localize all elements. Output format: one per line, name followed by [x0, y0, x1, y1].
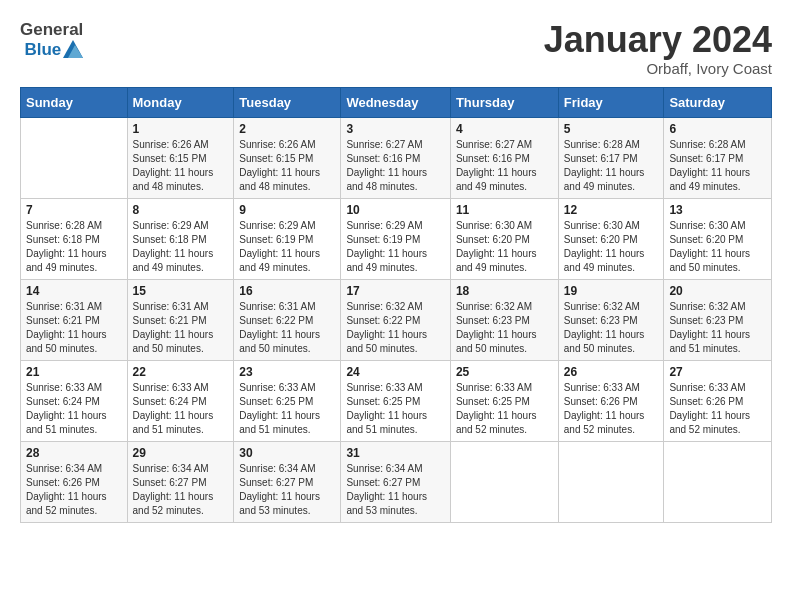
calendar-cell: 1Sunrise: 6:26 AM Sunset: 6:15 PM Daylig…	[127, 117, 234, 198]
day-info: Sunrise: 6:29 AM Sunset: 6:19 PM Dayligh…	[239, 219, 335, 275]
column-header-sunday: Sunday	[21, 87, 128, 117]
calendar-cell	[450, 441, 558, 522]
day-number: 9	[239, 203, 335, 217]
logo: General Blue	[20, 20, 83, 59]
day-number: 2	[239, 122, 335, 136]
logo-icon	[63, 40, 83, 58]
day-info: Sunrise: 6:32 AM Sunset: 6:23 PM Dayligh…	[456, 300, 553, 356]
day-number: 24	[346, 365, 444, 379]
calendar-cell: 26Sunrise: 6:33 AM Sunset: 6:26 PM Dayli…	[558, 360, 664, 441]
calendar-cell: 3Sunrise: 6:27 AM Sunset: 6:16 PM Daylig…	[341, 117, 450, 198]
day-info: Sunrise: 6:34 AM Sunset: 6:27 PM Dayligh…	[346, 462, 444, 518]
calendar-cell: 4Sunrise: 6:27 AM Sunset: 6:16 PM Daylig…	[450, 117, 558, 198]
day-number: 26	[564, 365, 659, 379]
day-number: 20	[669, 284, 766, 298]
calendar-cell: 27Sunrise: 6:33 AM Sunset: 6:26 PM Dayli…	[664, 360, 772, 441]
calendar-cell: 9Sunrise: 6:29 AM Sunset: 6:19 PM Daylig…	[234, 198, 341, 279]
calendar-cell: 30Sunrise: 6:34 AM Sunset: 6:27 PM Dayli…	[234, 441, 341, 522]
title-section: January 2024 Orbaff, Ivory Coast	[544, 20, 772, 77]
day-info: Sunrise: 6:29 AM Sunset: 6:19 PM Dayligh…	[346, 219, 444, 275]
day-number: 27	[669, 365, 766, 379]
day-info: Sunrise: 6:27 AM Sunset: 6:16 PM Dayligh…	[456, 138, 553, 194]
calendar-cell: 20Sunrise: 6:32 AM Sunset: 6:23 PM Dayli…	[664, 279, 772, 360]
calendar-cell: 15Sunrise: 6:31 AM Sunset: 6:21 PM Dayli…	[127, 279, 234, 360]
day-number: 3	[346, 122, 444, 136]
day-number: 6	[669, 122, 766, 136]
day-info: Sunrise: 6:31 AM Sunset: 6:21 PM Dayligh…	[26, 300, 122, 356]
day-number: 8	[133, 203, 229, 217]
calendar-cell: 28Sunrise: 6:34 AM Sunset: 6:26 PM Dayli…	[21, 441, 128, 522]
calendar-cell: 8Sunrise: 6:29 AM Sunset: 6:18 PM Daylig…	[127, 198, 234, 279]
calendar-title: January 2024	[544, 20, 772, 60]
calendar-cell: 19Sunrise: 6:32 AM Sunset: 6:23 PM Dayli…	[558, 279, 664, 360]
calendar-cell: 31Sunrise: 6:34 AM Sunset: 6:27 PM Dayli…	[341, 441, 450, 522]
day-info: Sunrise: 6:32 AM Sunset: 6:22 PM Dayligh…	[346, 300, 444, 356]
day-number: 16	[239, 284, 335, 298]
day-info: Sunrise: 6:28 AM Sunset: 6:17 PM Dayligh…	[669, 138, 766, 194]
day-info: Sunrise: 6:27 AM Sunset: 6:16 PM Dayligh…	[346, 138, 444, 194]
day-info: Sunrise: 6:33 AM Sunset: 6:25 PM Dayligh…	[456, 381, 553, 437]
day-info: Sunrise: 6:32 AM Sunset: 6:23 PM Dayligh…	[564, 300, 659, 356]
calendar-cell: 6Sunrise: 6:28 AM Sunset: 6:17 PM Daylig…	[664, 117, 772, 198]
column-header-monday: Monday	[127, 87, 234, 117]
day-info: Sunrise: 6:30 AM Sunset: 6:20 PM Dayligh…	[564, 219, 659, 275]
day-number: 17	[346, 284, 444, 298]
day-info: Sunrise: 6:34 AM Sunset: 6:27 PM Dayligh…	[239, 462, 335, 518]
calendar-cell: 24Sunrise: 6:33 AM Sunset: 6:25 PM Dayli…	[341, 360, 450, 441]
calendar-cell: 14Sunrise: 6:31 AM Sunset: 6:21 PM Dayli…	[21, 279, 128, 360]
calendar-cell: 12Sunrise: 6:30 AM Sunset: 6:20 PM Dayli…	[558, 198, 664, 279]
calendar-cell: 23Sunrise: 6:33 AM Sunset: 6:25 PM Dayli…	[234, 360, 341, 441]
day-number: 14	[26, 284, 122, 298]
calendar-cell: 22Sunrise: 6:33 AM Sunset: 6:24 PM Dayli…	[127, 360, 234, 441]
day-info: Sunrise: 6:29 AM Sunset: 6:18 PM Dayligh…	[133, 219, 229, 275]
day-info: Sunrise: 6:33 AM Sunset: 6:24 PM Dayligh…	[26, 381, 122, 437]
day-number: 30	[239, 446, 335, 460]
column-header-thursday: Thursday	[450, 87, 558, 117]
calendar-subtitle: Orbaff, Ivory Coast	[544, 60, 772, 77]
calendar-cell: 2Sunrise: 6:26 AM Sunset: 6:15 PM Daylig…	[234, 117, 341, 198]
day-number: 21	[26, 365, 122, 379]
day-number: 1	[133, 122, 229, 136]
day-info: Sunrise: 6:33 AM Sunset: 6:25 PM Dayligh…	[239, 381, 335, 437]
calendar-cell: 7Sunrise: 6:28 AM Sunset: 6:18 PM Daylig…	[21, 198, 128, 279]
day-number: 4	[456, 122, 553, 136]
day-info: Sunrise: 6:33 AM Sunset: 6:26 PM Dayligh…	[669, 381, 766, 437]
day-number: 15	[133, 284, 229, 298]
calendar-cell: 18Sunrise: 6:32 AM Sunset: 6:23 PM Dayli…	[450, 279, 558, 360]
calendar-cell: 17Sunrise: 6:32 AM Sunset: 6:22 PM Dayli…	[341, 279, 450, 360]
calendar-cell: 13Sunrise: 6:30 AM Sunset: 6:20 PM Dayli…	[664, 198, 772, 279]
calendar-cell: 16Sunrise: 6:31 AM Sunset: 6:22 PM Dayli…	[234, 279, 341, 360]
day-info: Sunrise: 6:33 AM Sunset: 6:24 PM Dayligh…	[133, 381, 229, 437]
day-number: 25	[456, 365, 553, 379]
logo-general: General	[20, 20, 83, 40]
day-info: Sunrise: 6:34 AM Sunset: 6:27 PM Dayligh…	[133, 462, 229, 518]
day-info: Sunrise: 6:31 AM Sunset: 6:22 PM Dayligh…	[239, 300, 335, 356]
day-info: Sunrise: 6:32 AM Sunset: 6:23 PM Dayligh…	[669, 300, 766, 356]
calendar-cell: 5Sunrise: 6:28 AM Sunset: 6:17 PM Daylig…	[558, 117, 664, 198]
calendar-cell: 11Sunrise: 6:30 AM Sunset: 6:20 PM Dayli…	[450, 198, 558, 279]
day-info: Sunrise: 6:33 AM Sunset: 6:26 PM Dayligh…	[564, 381, 659, 437]
day-number: 7	[26, 203, 122, 217]
column-header-friday: Friday	[558, 87, 664, 117]
day-number: 10	[346, 203, 444, 217]
day-number: 31	[346, 446, 444, 460]
calendar-cell	[664, 441, 772, 522]
calendar-cell: 29Sunrise: 6:34 AM Sunset: 6:27 PM Dayli…	[127, 441, 234, 522]
column-header-saturday: Saturday	[664, 87, 772, 117]
calendar-table: SundayMondayTuesdayWednesdayThursdayFrid…	[20, 87, 772, 523]
day-number: 29	[133, 446, 229, 460]
day-info: Sunrise: 6:26 AM Sunset: 6:15 PM Dayligh…	[239, 138, 335, 194]
day-number: 13	[669, 203, 766, 217]
day-info: Sunrise: 6:28 AM Sunset: 6:17 PM Dayligh…	[564, 138, 659, 194]
calendar-cell	[21, 117, 128, 198]
column-header-tuesday: Tuesday	[234, 87, 341, 117]
day-number: 23	[239, 365, 335, 379]
calendar-cell	[558, 441, 664, 522]
day-info: Sunrise: 6:30 AM Sunset: 6:20 PM Dayligh…	[456, 219, 553, 275]
day-number: 18	[456, 284, 553, 298]
column-header-wednesday: Wednesday	[341, 87, 450, 117]
calendar-cell: 25Sunrise: 6:33 AM Sunset: 6:25 PM Dayli…	[450, 360, 558, 441]
logo-blue: Blue	[24, 40, 61, 60]
calendar-cell: 21Sunrise: 6:33 AM Sunset: 6:24 PM Dayli…	[21, 360, 128, 441]
day-info: Sunrise: 6:30 AM Sunset: 6:20 PM Dayligh…	[669, 219, 766, 275]
